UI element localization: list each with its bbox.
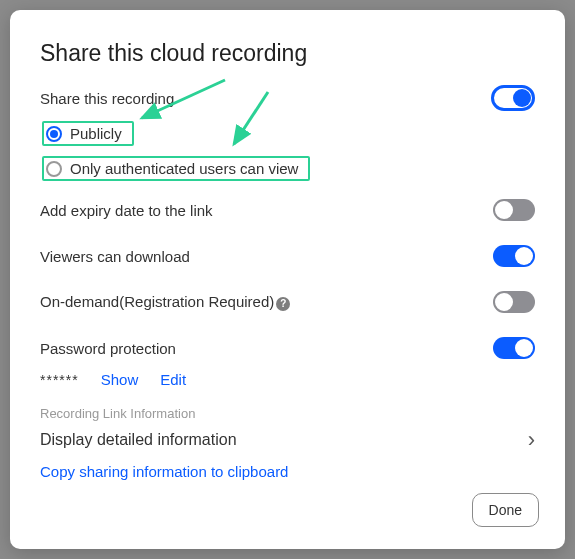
ondemand-row: On-demand(Registration Required)?	[40, 291, 535, 313]
expiry-label: Add expiry date to the link	[40, 202, 213, 219]
password-masked: ******	[40, 372, 79, 388]
password-edit-link[interactable]: Edit	[160, 371, 186, 388]
ondemand-text: On-demand(Registration Required)?	[40, 293, 290, 311]
share-recording-row: Share this recording	[40, 85, 535, 111]
password-show-link[interactable]: Show	[101, 371, 139, 388]
ondemand-label: On-demand(Registration Required)	[40, 293, 274, 310]
ondemand-toggle[interactable]	[493, 291, 535, 313]
share-recording-toggle[interactable]	[491, 85, 535, 111]
radio-publicly-label: Publicly	[70, 125, 122, 142]
display-detailed-row[interactable]: Display detailed information ›	[40, 429, 535, 451]
section-recording-link-info: Recording Link Information	[40, 406, 535, 421]
display-detailed-label: Display detailed information	[40, 431, 237, 449]
radio-publicly[interactable]: Publicly	[42, 121, 134, 146]
password-toggle[interactable]	[493, 337, 535, 359]
radio-auth-only[interactable]: Only authenticated users can view	[42, 156, 310, 181]
share-modal: Share this cloud recording Share this re…	[10, 10, 565, 549]
radio-icon	[46, 126, 62, 142]
expiry-toggle[interactable]	[493, 199, 535, 221]
expiry-row: Add expiry date to the link	[40, 199, 535, 221]
password-row: Password protection	[40, 337, 535, 359]
done-button[interactable]: Done	[472, 493, 539, 527]
copy-sharing-info-link[interactable]: Copy sharing information to clipboard	[40, 463, 288, 480]
password-label: Password protection	[40, 340, 176, 357]
radio-icon	[46, 161, 62, 177]
password-controls: ****** Show Edit	[40, 371, 535, 388]
download-toggle[interactable]	[493, 245, 535, 267]
download-label: Viewers can download	[40, 248, 190, 265]
modal-title: Share this cloud recording	[40, 40, 535, 67]
visibility-radio-group: Publicly Only authenticated users can vi…	[42, 121, 535, 181]
help-icon[interactable]: ?	[276, 297, 290, 311]
radio-auth-only-label: Only authenticated users can view	[70, 160, 298, 177]
chevron-right-icon: ›	[528, 429, 535, 451]
download-row: Viewers can download	[40, 245, 535, 267]
share-recording-label: Share this recording	[40, 90, 174, 107]
